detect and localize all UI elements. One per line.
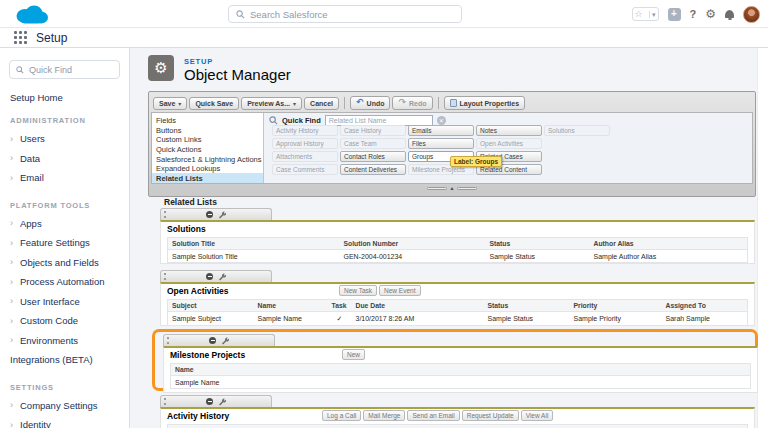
column-header: Name [252,425,327,428]
chevron-right-icon: › [10,420,13,428]
remove-icon[interactable] [206,273,213,280]
search-icon [269,116,278,125]
sidebar-item-user-interface[interactable]: ›User Interface [0,292,129,312]
palette-items-panel: Quick Find ✕ Activity History Case Histo… [263,113,752,183]
palette-item[interactable]: Files [408,138,474,149]
column-header: Status [484,300,570,312]
wrench-icon[interactable] [218,398,226,406]
palette-category-buttons[interactable]: Buttons [152,125,263,135]
cancel-button[interactable]: Cancel [304,97,339,110]
palette-category-expanded-lookups[interactable]: Expanded Lookups [152,163,263,173]
setup-sidebar: Setup Home ADMINISTRATION ›Users ›Data ›… [0,48,130,428]
chevron-right-icon: › [10,316,13,326]
activity-history-table: Subject Name Task Due Date Assigned To L… [167,424,748,428]
palette-quick-find-label: Quick Find [282,116,321,125]
redo-icon: ↷ [398,99,406,106]
sidebar-item-apps[interactable]: ›Apps [0,214,129,234]
solutions-table: Solution Title Solution Number Status Au… [167,237,748,263]
activity-history-section-tab[interactable] [160,395,272,407]
collapse-arrow-icon[interactable]: ▲ [450,186,455,191]
save-button[interactable]: Save▾ [153,97,187,110]
chevron-right-icon: › [10,218,13,228]
column-header: Subject [168,300,254,312]
sidebar-item-integrations[interactable]: Integrations (BETA) [0,350,129,370]
palette-category-fields[interactable]: Fields [152,115,263,125]
remove-icon[interactable] [209,337,216,344]
sidebar-quick-find[interactable] [9,60,120,79]
remove-icon[interactable] [206,398,213,405]
app-launcher-icon[interactable] [14,31,27,44]
sidebar-item-feature-settings[interactable]: ›Feature Settings [0,233,129,253]
wrench-icon[interactable] [218,273,226,281]
salesforce-logo-icon[interactable] [13,3,49,26]
global-search-input[interactable] [250,9,440,20]
palette-item[interactable]: Content Deliveries [340,164,406,175]
page-scrollbar-track[interactable] [757,48,768,428]
palette-item[interactable]: Notes [476,125,542,136]
global-actions-button[interactable]: + [668,8,681,21]
drag-grip-icon [164,211,166,218]
sidebar-item-custom-code[interactable]: ›Custom Code [0,311,129,331]
solutions-related-list: Solutions Solution Title Solution Number… [160,220,755,264]
palette-category-quick-actions[interactable]: Quick Actions [152,144,263,154]
sidebar-item-email[interactable]: ›Email [0,168,129,188]
palette-item: Open Activities [476,138,542,149]
sidebar-item-identity[interactable]: ›Identity [0,415,129,428]
palette-item: Case Team [340,138,406,149]
remove-icon[interactable] [206,211,213,218]
drag-grip-icon [164,398,166,405]
breadcrumb: SETUP [184,57,213,66]
palette-category-related-lists[interactable]: Related Lists [152,173,263,183]
sidebar-item-process-automation[interactable]: ›Process Automation [0,272,129,292]
chevron-right-icon: › [10,257,13,267]
section-buttons: Log a Call Mail Merge Send an Email Requ… [322,410,553,421]
object-manager-tile: ⚙ [148,55,174,81]
open-activities-table: Subject Name Task Due Date Status Priori… [167,299,748,326]
sidebar-item-users[interactable]: ›Users [0,129,129,149]
new-event-button: New Event [379,285,420,296]
chevron-right-icon: › [10,153,13,163]
palette-item[interactable]: Emails [408,125,474,136]
global-search[interactable] [228,5,462,23]
milestone-projects-section-tab[interactable] [163,334,275,346]
user-avatar[interactable] [743,6,760,23]
clear-icon[interactable]: ✕ [437,116,446,125]
notifications-bell-icon[interactable] [725,10,734,18]
column-header: Due Date [353,425,453,428]
sidebar-item-setup-home[interactable]: Setup Home [10,92,129,103]
table-row: Sample Solution Title GEN-2004-001234 Sa… [168,250,748,263]
palette-category-custom-links[interactable]: Custom Links [152,134,263,144]
send-an-email-button: Send an Email [407,410,459,421]
wrench-icon[interactable] [221,337,229,345]
sidebar-item-data[interactable]: ›Data [0,149,129,169]
preview-as-button[interactable]: Preview As...▾ [241,97,302,110]
layout-properties-button[interactable]: Layout Properties [444,96,526,110]
undo-icon: ↶ [356,99,364,106]
palette-item: Case Comments [272,164,338,175]
open-activities-section-tab[interactable] [160,270,272,282]
palette-resize-handle[interactable]: ▲ [151,184,753,193]
chevron-down-icon: ▾ [178,100,181,107]
palette-category-salesforce1-actions[interactable]: Salesforce1 & Lightning Actions [152,154,263,164]
table-row: Sample Subject Sample Name ✓ 3/10/2017 8… [168,312,748,326]
solutions-section-tab[interactable] [160,208,272,220]
setup-nav-label[interactable]: Setup [36,31,67,45]
chevron-down-icon[interactable]: ▾ [649,11,656,18]
milestone-projects-highlight: Milestone Projects New Name Sample Name [152,329,758,391]
palette-item[interactable]: Contact Roles [340,151,406,162]
wrench-icon[interactable] [218,211,226,219]
sidebar-quick-find-input[interactable] [29,65,113,75]
related-lists-canvas-title: Related Lists [164,197,217,207]
palette-item: Case History [340,125,406,136]
favorites-button[interactable]: ☆ ▾ [632,7,659,21]
help-button[interactable]: ? [690,8,697,20]
quick-save-button[interactable]: Quick Save [189,97,239,110]
sidebar-item-environments[interactable]: ›Environments [0,331,129,351]
setup-gear-button[interactable]: ⚙ [705,8,716,20]
section-title: Solutions [167,224,748,235]
undo-button[interactable]: ↶Undo [350,96,390,109]
palette-category-list: Fields Buttons Custom Links Quick Action… [152,113,263,183]
sidebar-item-company-settings[interactable]: ›Company Settings [0,396,129,416]
palette-item: Activity History [272,125,338,136]
sidebar-item-objects-and-fields[interactable]: ›Objects and Fields [0,253,129,273]
